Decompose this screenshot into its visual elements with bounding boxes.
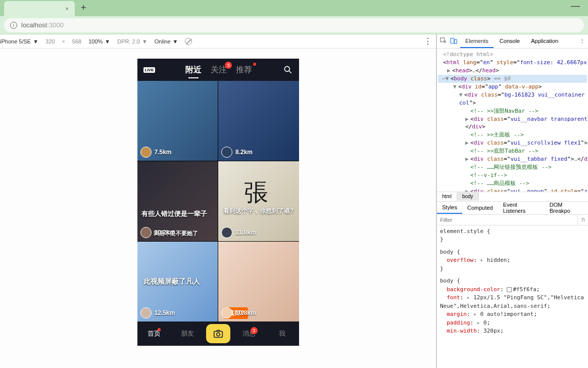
tabbar-messages[interactable]: 消息3: [232, 329, 266, 338]
feed-item[interactable]: 此视频屏蔽了凡人 12.5km: [137, 242, 218, 321]
browser-tab-bar: × + —: [0, 0, 588, 16]
info-icon[interactable]: i: [10, 22, 17, 29]
feed-item[interactable]: 真打? 10.8km: [218, 242, 299, 321]
svg-point-3: [216, 333, 219, 336]
mobile-device-frame: LIVE 附近 关注5 推荐 7.5km: [137, 59, 299, 346]
search-icon[interactable]: [283, 65, 293, 75]
avatar: [221, 227, 232, 238]
devtools-tab-console[interactable]: Console: [495, 35, 525, 48]
feed-item[interactable]: 7.5km: [137, 81, 218, 161]
devtools-tab-elements[interactable]: Elements: [460, 35, 494, 48]
device-width[interactable]: 320: [45, 38, 55, 44]
crumb-body[interactable]: body: [457, 192, 479, 201]
avatar: [140, 227, 152, 238]
tab-recommend[interactable]: 推荐: [236, 65, 252, 75]
url-input[interactable]: i localhost:3000: [4, 18, 584, 32]
close-icon[interactable]: ×: [66, 6, 69, 12]
feed-item[interactable]: 有些人错过便是一辈子 我是不是不要她了 10.2km: [137, 161, 218, 241]
throttle-select[interactable]: Online ▼: [155, 38, 178, 44]
browser-tab[interactable]: ×: [4, 1, 75, 16]
styles-filter-input[interactable]: [437, 215, 577, 225]
computed-tab[interactable]: Computed: [462, 202, 498, 213]
url-host: localhost: [21, 21, 47, 29]
styles-panel[interactable]: element.style { } body { overflow: ▸ hid…: [437, 225, 588, 369]
inspect-icon[interactable]: [440, 37, 447, 45]
dpr-select[interactable]: DPR: 2.0 ▼: [117, 38, 148, 44]
crumb-html[interactable]: html: [437, 192, 457, 201]
feed-grid: 7.5km 8.2km 有些人错过便是一辈子 我是不是不要她了 10.2km 張: [137, 81, 299, 321]
tabbar-me[interactable]: 我: [266, 329, 299, 338]
avatar: [140, 147, 152, 158]
viewport-canvas: LIVE 附近 关注5 推荐 7.5km: [0, 49, 436, 368]
avatar: [221, 307, 232, 318]
tabbar-friends[interactable]: 朋友: [171, 329, 204, 338]
app-navbar: LIVE 附近 关注5 推荐: [137, 59, 299, 81]
device-toolbar: iPhone 5/SE ▼ 320 × 568 100% ▼ DPR: 2.0 …: [0, 34, 436, 49]
hover-toggle[interactable]: :h: [577, 215, 588, 225]
devtools-tab-application[interactable]: Application: [526, 35, 563, 48]
devtools-more-icon[interactable]: ⋮: [579, 38, 585, 44]
app-tabbar: 首页 朋友 消息3 我: [137, 321, 299, 346]
selected-element[interactable]: ⋯▼<body class> == $0: [438, 75, 587, 83]
feed-item[interactable]: 8.2km: [218, 81, 299, 161]
feed-item[interactable]: 張 看到这个字，你想到了谁? 11.8km: [218, 161, 299, 241]
styles-tab[interactable]: Styles: [437, 202, 462, 214]
camera-button[interactable]: [206, 324, 230, 343]
url-port: :3000: [47, 21, 64, 29]
new-tab-button[interactable]: +: [81, 3, 86, 13]
devtools-panel: Elements Console Application ⋮ <!doctype…: [436, 34, 588, 368]
svg-rect-2: [214, 331, 222, 337]
svg-point-0: [284, 66, 289, 71]
svg-rect-5: [451, 38, 454, 43]
tab-nearby[interactable]: 附近: [185, 65, 202, 75]
avatar: [221, 147, 232, 158]
rotate-icon[interactable]: [185, 38, 192, 45]
tab-follow[interactable]: 关注5: [211, 65, 227, 75]
listeners-tab[interactable]: Event Listeners: [498, 199, 545, 216]
zoom-select[interactable]: 100% ▼: [88, 38, 110, 44]
dom-tree[interactable]: <!doctype html> <html lang="en" style="f…: [437, 49, 588, 192]
svg-rect-6: [455, 39, 457, 43]
device-height[interactable]: 568: [72, 38, 81, 44]
device-toggle-icon[interactable]: [450, 37, 457, 45]
minimize-icon[interactable]: —: [571, 1, 580, 11]
breakpoints-tab[interactable]: DOM Breakpo: [545, 199, 588, 216]
live-badge[interactable]: LIVE: [143, 67, 156, 73]
avatar: [140, 307, 152, 318]
tabbar-home[interactable]: 首页: [137, 329, 171, 338]
more-icon[interactable]: ⋮: [424, 37, 432, 45]
address-bar: i localhost:3000: [0, 16, 588, 34]
device-select[interactable]: iPhone 5/SE ▼: [0, 38, 38, 44]
camera-icon: [213, 328, 224, 339]
svg-line-1: [289, 71, 291, 73]
